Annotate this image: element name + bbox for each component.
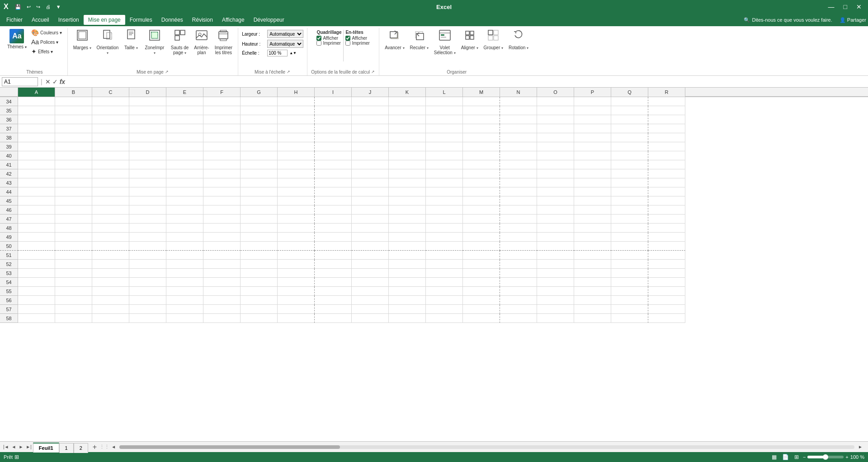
cell-K46[interactable] xyxy=(389,205,426,215)
cell-E54[interactable] xyxy=(166,278,203,287)
cell-M49[interactable] xyxy=(463,233,500,242)
row-header-55[interactable]: 55 xyxy=(0,287,18,296)
cell-C55[interactable] xyxy=(92,287,129,296)
cell-P37[interactable] xyxy=(574,124,611,133)
col-header-H[interactable]: H xyxy=(278,88,315,97)
cell-N56[interactable] xyxy=(500,296,537,305)
cell-O37[interactable] xyxy=(537,124,574,133)
cell-R47[interactable] xyxy=(648,215,685,224)
row-header-50[interactable]: 50 xyxy=(0,242,18,251)
cell-G47[interactable] xyxy=(241,215,278,224)
cell-R53[interactable] xyxy=(648,269,685,278)
cell-M53[interactable] xyxy=(463,269,500,278)
cell-G42[interactable] xyxy=(241,169,278,178)
volet-selection-button[interactable]: VoletSélection ▾ xyxy=(432,28,458,56)
cell-A45[interactable] xyxy=(18,196,55,205)
cell-Q46[interactable] xyxy=(611,205,648,215)
cell-R41[interactable] xyxy=(648,160,685,169)
cell-D50[interactable] xyxy=(129,242,166,251)
cell-L56[interactable] xyxy=(426,296,463,305)
cell-O48[interactable] xyxy=(537,224,574,233)
menu-affichage[interactable]: Affichage xyxy=(217,15,249,25)
cell-H40[interactable] xyxy=(278,151,315,160)
cell-C42[interactable] xyxy=(92,169,129,178)
cell-E48[interactable] xyxy=(166,224,203,233)
cell-N48[interactable] xyxy=(500,224,537,233)
cell-D43[interactable] xyxy=(129,178,166,187)
redo-button[interactable]: ↪ xyxy=(34,3,42,11)
cell-N51[interactable] xyxy=(500,251,537,260)
add-sheet-button[interactable]: + xyxy=(90,443,99,451)
cell-N34[interactable] xyxy=(500,97,537,106)
cell-O42[interactable] xyxy=(537,169,574,178)
cell-A52[interactable] xyxy=(18,260,55,269)
cell-I49[interactable] xyxy=(315,233,352,242)
cell-E38[interactable] xyxy=(166,133,203,142)
cell-K41[interactable] xyxy=(389,160,426,169)
cell-K52[interactable] xyxy=(389,260,426,269)
cell-B56[interactable] xyxy=(55,296,92,305)
col-header-M[interactable]: M xyxy=(463,88,500,97)
cell-P57[interactable] xyxy=(574,305,611,314)
cell-E35[interactable] xyxy=(166,106,203,115)
cell-P41[interactable] xyxy=(574,160,611,169)
cell-K58[interactable] xyxy=(389,314,426,323)
cell-I42[interactable] xyxy=(315,169,352,178)
cell-A38[interactable] xyxy=(18,133,55,142)
cell-J57[interactable] xyxy=(352,305,389,314)
col-header-L[interactable]: L xyxy=(426,88,463,97)
cell-I58[interactable] xyxy=(315,314,352,323)
cell-F45[interactable] xyxy=(203,196,241,205)
maximize-button[interactable]: □ xyxy=(841,2,850,11)
cell-L40[interactable] xyxy=(426,151,463,160)
menu-donnees[interactable]: Données xyxy=(157,15,188,25)
cell-N57[interactable] xyxy=(500,305,537,314)
cell-F47[interactable] xyxy=(203,215,241,224)
share-button[interactable]: 👤 Partager xyxy=(840,17,866,23)
cell-L55[interactable] xyxy=(426,287,463,296)
row-header-35[interactable]: 35 xyxy=(0,106,18,115)
cell-F48[interactable] xyxy=(203,224,241,233)
cell-C41[interactable] xyxy=(92,160,129,169)
cell-R45[interactable] xyxy=(648,196,685,205)
cell-C50[interactable] xyxy=(92,242,129,251)
cell-A34[interactable] xyxy=(18,97,55,106)
cell-M40[interactable] xyxy=(463,151,500,160)
row-header-40[interactable]: 40 xyxy=(0,151,18,160)
row-header-43[interactable]: 43 xyxy=(0,178,18,187)
cell-P42[interactable] xyxy=(574,169,611,178)
cell-J46[interactable] xyxy=(352,205,389,215)
cell-B50[interactable] xyxy=(55,242,92,251)
cell-A49[interactable] xyxy=(18,233,55,242)
cell-L45[interactable] xyxy=(426,196,463,205)
cell-J36[interactable] xyxy=(352,115,389,124)
cell-K53[interactable] xyxy=(389,269,426,278)
cell-P58[interactable] xyxy=(574,314,611,323)
cell-Q36[interactable] xyxy=(611,115,648,124)
cell-A37[interactable] xyxy=(18,124,55,133)
cell-L57[interactable] xyxy=(426,305,463,314)
cell-K38[interactable] xyxy=(389,133,426,142)
cell-N37[interactable] xyxy=(500,124,537,133)
cell-E44[interactable] xyxy=(166,187,203,196)
zoom-slider-thumb[interactable] xyxy=(823,454,828,460)
corner-cell[interactable] xyxy=(0,88,18,97)
cell-B48[interactable] xyxy=(55,224,92,233)
cell-J50[interactable] xyxy=(352,242,389,251)
sheet-nav-prev[interactable]: ◄ xyxy=(10,444,18,449)
cell-L35[interactable] xyxy=(426,106,463,115)
qat-dropdown-button[interactable]: ▼ xyxy=(54,3,63,10)
cell-H57[interactable] xyxy=(278,305,315,314)
cell-C48[interactable] xyxy=(92,224,129,233)
cell-O53[interactable] xyxy=(537,269,574,278)
cell-D41[interactable] xyxy=(129,160,166,169)
cell-A44[interactable] xyxy=(18,187,55,196)
cell-B55[interactable] xyxy=(55,287,92,296)
cell-B39[interactable] xyxy=(55,142,92,151)
menu-insertion[interactable]: Insertion xyxy=(54,15,84,25)
cell-J48[interactable] xyxy=(352,224,389,233)
cell-Q50[interactable] xyxy=(611,242,648,251)
cell-P40[interactable] xyxy=(574,151,611,160)
undo-button[interactable]: ↩ xyxy=(25,3,33,11)
cell-H42[interactable] xyxy=(278,169,315,178)
